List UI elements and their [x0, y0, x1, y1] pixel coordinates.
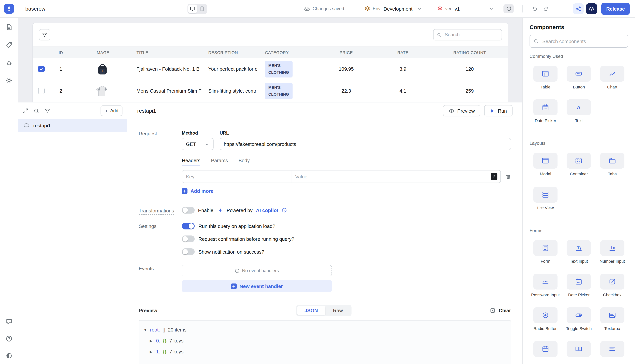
- delete-header-button[interactable]: [505, 174, 511, 179]
- component-card-partial[interactable]: [596, 341, 628, 357]
- column-header[interactable]: RATING COUNT: [431, 50, 508, 54]
- pages-icon[interactable]: [5, 24, 13, 31]
- tab-params[interactable]: Params: [211, 158, 228, 166]
- changes-saved-label: Changes saved: [312, 6, 344, 11]
- search-icon: [437, 32, 441, 37]
- component-card-number-input[interactable]: 1 Number Input: [596, 240, 628, 264]
- share-button[interactable]: [573, 4, 584, 14]
- component-card-partial[interactable]: [563, 341, 595, 357]
- version-selector[interactable]: ver v1: [437, 0, 494, 18]
- search-icon[interactable]: [34, 108, 39, 114]
- table-filter-button[interactable]: [39, 29, 50, 40]
- add-query-button[interactable]: + Add: [101, 106, 122, 116]
- method-select[interactable]: GET: [182, 138, 214, 150]
- preview-tab-json[interactable]: JSON: [297, 306, 326, 315]
- column-header[interactable]: ID: [50, 50, 72, 54]
- app-preview-button[interactable]: [586, 4, 597, 14]
- query-run-button[interactable]: Run: [484, 105, 512, 116]
- environment-selector[interactable]: Env Development: [365, 0, 422, 18]
- component-card-datepicker[interactable]: Date Picker: [530, 100, 562, 123]
- component-card-checkbox[interactable]: Checkbox: [596, 274, 628, 298]
- collapse-panel-icon[interactable]: [23, 108, 28, 114]
- table-search: [433, 29, 502, 40]
- desktop-canvas-button[interactable]: [188, 4, 197, 13]
- add-more-button[interactable]: Add more: [182, 188, 213, 194]
- release-button[interactable]: Release: [601, 3, 630, 15]
- component-card-chart[interactable]: Chart: [596, 66, 628, 90]
- row-checkbox[interactable]: [38, 66, 44, 72]
- notification-toggle[interactable]: [182, 248, 195, 255]
- column-header[interactable]: TITLE: [133, 50, 204, 54]
- trash-icon: [505, 174, 511, 179]
- table-widget[interactable]: ID IMAGE TITLE DESCRIPTION CATEGORY PRIC…: [32, 23, 508, 102]
- component-card-textarea[interactable]: Textarea: [596, 307, 628, 331]
- query-list-item-restapi1[interactable]: restapi1: [18, 119, 127, 132]
- tab-headers[interactable]: Headers: [182, 158, 200, 166]
- column-header[interactable]: CATEGORY: [261, 50, 318, 54]
- component-card-datepicker-form[interactable]: Date Picker: [563, 274, 595, 298]
- query-preview-button[interactable]: Preview: [443, 105, 480, 116]
- theme-toggle-icon[interactable]: [5, 352, 13, 360]
- cell-rate: 3.9: [374, 66, 431, 72]
- component-card-text-input[interactable]: T Text Input: [563, 240, 595, 264]
- inspector-icon[interactable]: [5, 41, 13, 49]
- commonly-used-grid: Table Button Chart Date Picker A Text: [530, 66, 628, 124]
- redo-button[interactable]: [543, 5, 549, 12]
- app-canvas[interactable]: ID IMAGE TITLE DESCRIPTION CATEGORY PRIC…: [18, 18, 522, 102]
- ai-copilot-link[interactable]: AI copilot: [256, 207, 278, 213]
- filter-icon[interactable]: [44, 108, 50, 114]
- component-card-listview[interactable]: List View: [530, 186, 562, 210]
- component-card-tabs[interactable]: Tabs: [596, 153, 628, 177]
- component-card-text[interactable]: A Text: [563, 100, 595, 123]
- help-icon[interactable]: [5, 335, 13, 342]
- components-search-input[interactable]: [542, 38, 624, 44]
- expand-closed-icon[interactable]: ▶: [150, 339, 154, 343]
- expand-editor-icon[interactable]: [490, 173, 498, 180]
- kanban-component-icon: [575, 345, 583, 353]
- comments-icon[interactable]: [5, 318, 13, 326]
- table-row[interactable]: 2 Mens Casual Premium Slim F Slim-fittin…: [33, 80, 508, 102]
- mobile-canvas-button[interactable]: [198, 4, 206, 13]
- topbar-divider: [522, 5, 523, 12]
- table-row[interactable]: 1 Fjallraven - Foldsack No. 1 B Your per…: [33, 58, 508, 80]
- component-card-toggle-switch[interactable]: Toggle Switch: [563, 307, 595, 331]
- component-card-partial[interactable]: [530, 341, 562, 357]
- clear-button[interactable]: Clear: [499, 308, 511, 313]
- component-card-modal[interactable]: Modal: [530, 153, 562, 177]
- app-logo-icon[interactable]: [4, 4, 14, 14]
- component-card-radio-button[interactable]: Radio Button: [530, 307, 562, 331]
- component-card-form[interactable]: Form: [530, 240, 562, 264]
- json-item-row[interactable]: ▶ 0: {} 7 keys: [144, 335, 511, 346]
- settings-icon[interactable]: [5, 77, 13, 84]
- header-key-input[interactable]: [182, 170, 291, 182]
- column-header[interactable]: RATE: [374, 50, 431, 54]
- component-card-table[interactable]: Table: [530, 66, 562, 90]
- component-card-password-input[interactable]: Password Input: [530, 274, 562, 298]
- component-card-button[interactable]: Button: [563, 66, 595, 90]
- run-on-load-toggle[interactable]: [182, 223, 195, 230]
- json-root-row[interactable]: ▼ root: [] 20 items: [144, 324, 511, 335]
- json-item-row[interactable]: ▶ 1: {} 7 keys: [144, 346, 511, 357]
- info-icon[interactable]: [282, 208, 287, 213]
- app-name[interactable]: baserow: [25, 0, 45, 18]
- query-title[interactable]: restapi1: [137, 108, 156, 114]
- expand-closed-icon[interactable]: ▶: [150, 350, 154, 354]
- preview-tab-raw[interactable]: Raw: [326, 306, 350, 315]
- column-header[interactable]: IMAGE: [72, 50, 133, 54]
- table-search-input[interactable]: [444, 32, 498, 38]
- new-event-handler-button[interactable]: New event handler: [182, 280, 332, 292]
- env-sync-button[interactable]: [504, 4, 514, 13]
- transformations-toggle[interactable]: [182, 207, 195, 214]
- confirmation-toggle[interactable]: [182, 236, 195, 242]
- expand-open-icon[interactable]: ▼: [144, 328, 148, 332]
- component-card-container[interactable]: Container: [563, 153, 595, 177]
- column-header[interactable]: DESCRIPTION: [204, 50, 261, 54]
- undo-button[interactable]: [532, 5, 538, 12]
- url-input[interactable]: [220, 138, 511, 150]
- column-header[interactable]: PRICE: [318, 50, 374, 54]
- header-value-input[interactable]: [292, 170, 490, 182]
- tab-body[interactable]: Body: [238, 158, 250, 166]
- row-checkbox[interactable]: [38, 88, 44, 94]
- clear-icon[interactable]: [490, 308, 496, 313]
- debugger-icon[interactable]: [5, 59, 13, 66]
